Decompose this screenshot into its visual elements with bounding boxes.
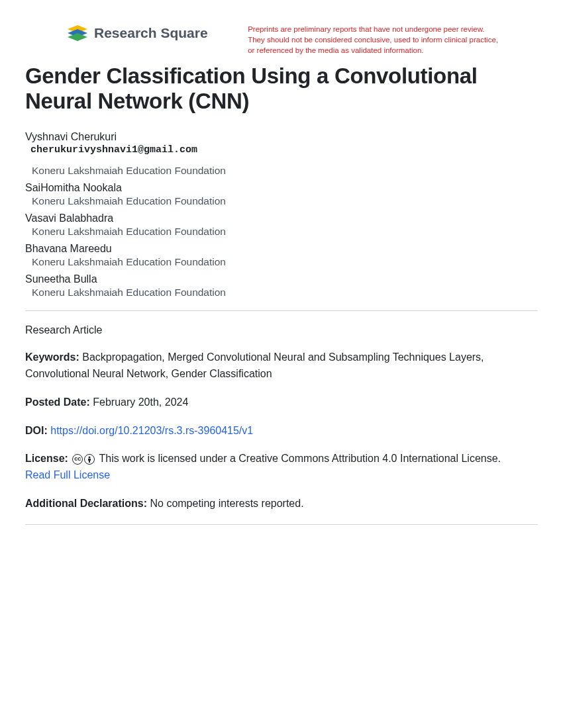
declarations-text: No competing interests reported. [150,498,303,509]
author-name: Suneetha Bulla [25,273,538,285]
author-block: Bhavana Mareedu Koneru Lakshmaiah Educat… [25,243,538,268]
license-row: License: cc This work is licensed under … [25,451,538,484]
notice-line: Preprints are preliminary reports that h… [248,24,498,34]
author-affiliation: Koneru Lakshmaiah Education Foundation [32,256,538,268]
cc-icon: cc [72,454,83,465]
doi-row: DOI: https://doi.org/10.21203/rs.3.rs-39… [25,423,538,439]
author-block: Vyshnavi Cherukuri cherukurivyshnavi1@gm… [25,131,538,177]
author-name: SaiHomitha Nookala [25,182,538,194]
by-icon [84,454,95,465]
author-affiliation: Koneru Lakshmaiah Education Foundation [32,195,538,207]
header: Research Square Preprints are preliminar… [25,24,538,56]
doi-link[interactable]: https://doi.org/10.21203/rs.3.rs-3960415… [50,425,253,436]
posted-row: Posted Date: February 20th, 2024 [25,394,538,411]
authors-list: Vyshnavi Cherukuri cherukurivyshnavi1@gm… [25,131,538,298]
logo: Research Square [66,24,208,42]
doi-label: DOI: [25,425,48,436]
posted-label: Posted Date: [25,396,90,408]
declarations-row: Additional Declarations: No competing in… [25,496,538,512]
keywords-row: Keywords: Backpropagation, Merged Convol… [25,349,538,383]
keywords-label: Keywords: [25,351,79,363]
author-name: Bhavana Mareedu [25,243,538,255]
divider [25,310,538,311]
posted-value: February 20th, 2024 [93,396,188,408]
cc-icons: cc [72,454,95,465]
preprint-notice: Preprints are preliminary reports that h… [248,24,498,56]
author-email: cherukurivyshnavi1@gmail.com [30,144,538,156]
notice-line: They should not be considered conclusive… [248,34,498,45]
author-affiliation: Koneru Lakshmaiah Education Foundation [32,226,538,238]
notice-line: or referenced by the media as validated … [248,45,498,56]
paper-title: Gender Classification Using a Convolutio… [25,64,538,114]
article-type: Research Article [25,324,538,336]
license-link[interactable]: Read Full License [25,469,110,480]
keywords-text: Backpropagation, Merged Convolutional Ne… [25,351,484,379]
author-block: Vasavi Balabhadra Koneru Lakshmaiah Educ… [25,212,538,238]
author-block: Suneetha Bulla Koneru Lakshmaiah Educati… [25,273,538,298]
author-name: Vasavi Balabhadra [25,212,538,224]
author-affiliation: Koneru Lakshmaiah Education Foundation [32,165,538,177]
author-block: SaiHomitha Nookala Koneru Lakshmaiah Edu… [25,182,538,207]
divider [25,524,538,525]
logo-text: Research Square [94,25,208,41]
research-square-icon [66,24,89,42]
license-text: This work is licensed under a Creative C… [99,453,501,464]
license-label: License: [25,453,68,464]
author-affiliation: Koneru Lakshmaiah Education Foundation [32,287,538,298]
declarations-label: Additional Declarations: [25,498,147,509]
author-name: Vyshnavi Cherukuri [25,131,538,143]
svg-point-0 [89,457,91,459]
